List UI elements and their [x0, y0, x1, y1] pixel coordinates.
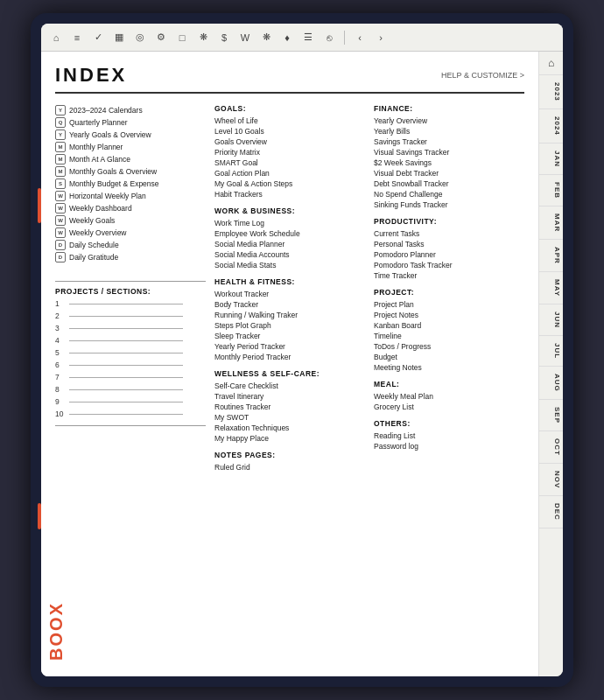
sidebar-tab-may[interactable]: MAY [539, 272, 563, 304]
sidebar-tab-feb[interactable]: FEB [539, 175, 563, 206]
item-no-spend[interactable]: No Spend Challenge [374, 189, 524, 200]
item-calendars[interactable]: Y 2023–2024 Calendars [55, 104, 206, 116]
item-horizontal-weekly[interactable]: W Horizontal Weekly Plan [55, 190, 206, 202]
right-column: FINANCE: Yearly Overview Yearly Bills Sa… [374, 104, 524, 480]
item-goals-overview[interactable]: Goals Overview [214, 136, 365, 147]
item-sleep-tracker[interactable]: Sleep Tracker [214, 331, 365, 341]
item-savings-tracker[interactable]: Savings Tracker [374, 136, 524, 147]
sidebar-tab-2023[interactable]: 2023 [539, 75, 563, 109]
help-customize-link[interactable]: HELP & CUSTOMIZE > [441, 71, 524, 80]
item-monthly-overview[interactable]: M Monthly Goals & Overview [55, 165, 206, 178]
item-my-swot[interactable]: My SWOT [214, 412, 365, 423]
item-goal-action-plan[interactable]: Goal Action Plan [214, 168, 365, 178]
menu-icon[interactable]: ≡ [69, 30, 85, 46]
item-my-goal-action[interactable]: My Goal & Action Steps [214, 178, 365, 189]
item-project-plan[interactable]: Project Plan [374, 299, 524, 310]
bottom-rule [55, 425, 206, 426]
item-habit-trackers[interactable]: Habit Trackers [214, 189, 365, 200]
flower-icon[interactable]: ❋ [258, 30, 274, 46]
sidebar-tab-mar[interactable]: MAR [539, 206, 563, 240]
item-visual-debt[interactable]: Visual Debt Tracker [374, 168, 524, 178]
grid-icon[interactable]: ▦ [111, 30, 127, 46]
item-employee-schedule[interactable]: Employee Work Schedule [214, 228, 365, 239]
item-current-tasks[interactable]: Current Tasks [374, 228, 524, 239]
star-icon[interactable]: ❋ [195, 30, 211, 46]
item-quarterly[interactable]: Q Quarterly Planner [55, 116, 206, 129]
item-kanban[interactable]: Kanban Board [374, 320, 524, 331]
item-body-tracker[interactable]: Body Tracker [214, 299, 365, 310]
item-steps-graph[interactable]: Steps Plot Graph [214, 320, 365, 331]
sidebar-tab-nov[interactable]: NOV [539, 464, 563, 496]
camera-icon[interactable]: ◎ [132, 30, 148, 46]
item-running-tracker[interactable]: Running / Walking Traker [214, 310, 365, 320]
home-icon[interactable]: ⌂ [48, 30, 64, 46]
item-password-log[interactable]: Password log [374, 441, 524, 452]
item-month-glance[interactable]: M Month At A Glance [55, 153, 206, 165]
item-weekly-overview[interactable]: W Weekly Overview [55, 227, 206, 239]
square-icon[interactable]: □ [174, 30, 190, 46]
item-2-week-savings[interactable]: $2 Week Savings [374, 158, 524, 168]
dollar-icon[interactable]: $ [216, 30, 232, 46]
item-yearly-overview[interactable]: Yearly Overview [374, 116, 524, 126]
sidebar-tab-apr[interactable]: APR [539, 240, 563, 272]
item-timeline[interactable]: Timeline [374, 331, 524, 341]
item-personal-tasks[interactable]: Personal Tasks [374, 239, 524, 249]
item-social-stats[interactable]: Social Media Stats [214, 260, 365, 270]
sidebar-tab-aug[interactable]: AUG [539, 367, 563, 400]
item-yearly-bills[interactable]: Yearly Bills [374, 126, 524, 136]
item-meal-plan[interactable]: Weekly Meal Plan [374, 391, 524, 402]
item-visual-savings[interactable]: Visual Savings Tracker [374, 147, 524, 158]
prev-icon[interactable]: ‹ [352, 30, 368, 46]
settings-icon[interactable]: ⚙ [153, 30, 169, 46]
item-happy-place[interactable]: My Happy Place [214, 433, 365, 444]
item-time-tracker[interactable]: Time Tracker [374, 270, 524, 281]
item-weekly-goals[interactable]: W Weekly Goals [55, 214, 206, 227]
item-weekly-dashboard[interactable]: W Weekly Dashboard [55, 202, 206, 214]
item-reading-list[interactable]: Reading List [374, 430, 524, 441]
item-workout-tracker[interactable]: Workout Tracker [214, 289, 365, 299]
sidebar-tab-sep[interactable]: SEP [539, 400, 563, 431]
item-yearly-goals[interactable]: Y Yearly Goals & Overview [55, 129, 206, 141]
item-project-notes[interactable]: Project Notes [374, 310, 524, 320]
item-yearly-period[interactable]: Yearly Period Tracker [214, 341, 365, 352]
item-social-accounts[interactable]: Social Media Accounts [214, 249, 365, 260]
sidebar-tab-jan[interactable]: JAN [539, 144, 563, 175]
item-monthly-budget[interactable]: S Monthly Budget & Expense [55, 178, 206, 190]
item-meeting-notes[interactable]: Meeting Notes [374, 362, 524, 373]
item-daily-schedule[interactable]: D Daily Schedule [55, 239, 206, 251]
nav-items: Y 2023–2024 Calendars Q Quarterly Planne… [55, 104, 206, 263]
item-ruled-grid[interactable]: Ruled Grid [214, 462, 365, 472]
sidebar-home-button[interactable]: ⌂ [539, 52, 563, 75]
escape-icon[interactable]: ⎋ [321, 30, 337, 46]
item-routines-tracker[interactable]: Routines Tracker [214, 402, 365, 412]
item-priority-matrix[interactable]: Priority Matrix [214, 147, 365, 158]
item-sinking-funds[interactable]: Sinking Funds Tracker [374, 200, 524, 210]
item-debt-snowball[interactable]: Debt Snowball Tracker [374, 178, 524, 189]
item-social-planner[interactable]: Social Media Planner [214, 239, 365, 249]
next-icon[interactable]: › [373, 30, 389, 46]
list-icon[interactable]: ☰ [300, 30, 316, 46]
sidebar-tab-jun[interactable]: JUN [539, 304, 563, 336]
item-budget[interactable]: Budget [374, 352, 524, 362]
item-pomodoro-planner[interactable]: Pomodoro Planner [374, 249, 524, 260]
diamond-icon[interactable]: ♦ [279, 30, 295, 46]
item-smart-goal[interactable]: SMART Goal [214, 158, 365, 168]
item-grocery-list[interactable]: Grocery List [374, 402, 524, 412]
item-monthly-planner[interactable]: M Monthly Planner [55, 141, 206, 153]
item-level-10[interactable]: Level 10 Goals [214, 126, 365, 136]
sidebar-tab-2024[interactable]: 2024 [539, 109, 563, 144]
sidebar-tab-dec[interactable]: DEC [539, 496, 563, 528]
item-wheel-of-life[interactable]: Wheel of Life [214, 116, 365, 126]
sidebar-tab-oct[interactable]: OCT [539, 431, 563, 464]
item-self-care[interactable]: Self-Care Checklist [214, 381, 365, 391]
item-monthly-period[interactable]: Monthly Period Tracker [214, 352, 365, 362]
sidebar-tab-jul[interactable]: JUL [539, 336, 563, 367]
check-icon[interactable]: ✓ [90, 30, 106, 46]
item-todos-progress[interactable]: ToDos / Progress [374, 341, 524, 352]
w-icon[interactable]: W [237, 30, 253, 46]
item-relaxation[interactable]: Relaxation Techniques [214, 423, 365, 433]
item-pomodoro-tracker[interactable]: Pomodoro Task Tracker [374, 260, 524, 270]
item-work-time-log[interactable]: Work Time Log [214, 218, 365, 228]
item-travel-itinerary[interactable]: Travel Itinerary [214, 391, 365, 402]
item-daily-gratitude[interactable]: D Daily Gratitude [55, 251, 206, 263]
